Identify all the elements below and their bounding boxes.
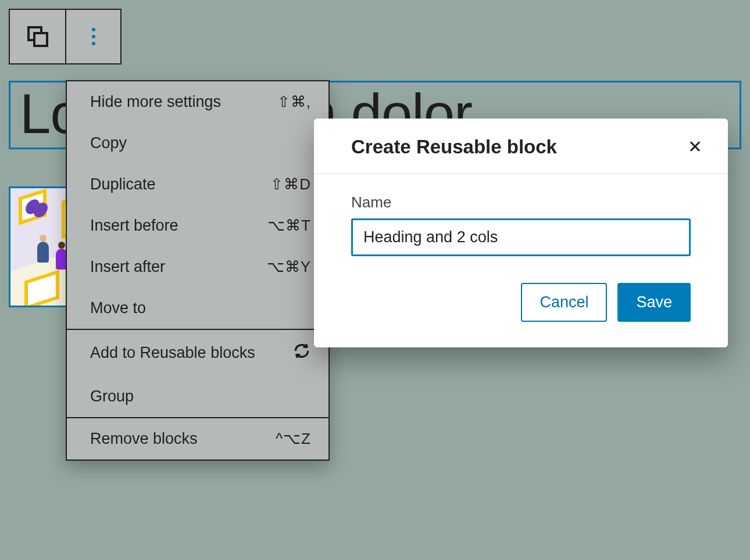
block-type-button[interactable]: [10, 10, 65, 63]
menu-item-add-reusable[interactable]: Add to Reusable blocks: [67, 330, 328, 376]
modal-header: Create Reusable block ✕: [314, 119, 728, 174]
close-button[interactable]: ✕: [683, 136, 707, 158]
name-field-label: Name: [351, 193, 691, 211]
menu-item-hide-settings[interactable]: Hide more settings ⇧⌘,: [67, 81, 328, 123]
menu-item-insert-before[interactable]: Insert before ⌥⌘T: [67, 205, 328, 246]
save-button[interactable]: Save: [617, 283, 691, 322]
modal-body: Name: [314, 174, 728, 262]
menu-item-label: Group: [90, 387, 134, 405]
menu-item-label: Insert before: [90, 217, 178, 235]
menu-item-label: Add to Reusable blocks: [90, 344, 255, 362]
menu-item-move-to[interactable]: Move to: [67, 288, 328, 329]
name-input[interactable]: [351, 218, 691, 256]
block-context-menu: Hide more settings ⇧⌘, Copy Duplicate ⇧⌘…: [66, 80, 330, 461]
menu-item-shortcut: ^⌥Z: [276, 430, 311, 448]
menu-item-duplicate[interactable]: Duplicate ⇧⌘D: [67, 164, 328, 205]
menu-item-label: Copy: [90, 134, 127, 152]
copy-icon: [27, 26, 48, 47]
menu-item-shortcut: ⌥⌘Y: [267, 258, 311, 276]
menu-item-shortcut: ⇧⌘,: [277, 93, 311, 111]
menu-item-label: Hide more settings: [90, 93, 221, 111]
menu-item-copy[interactable]: Copy: [67, 123, 328, 164]
cancel-button[interactable]: Cancel: [521, 283, 607, 322]
menu-item-label: Move to: [90, 299, 146, 317]
modal-title: Create Reusable block: [351, 136, 557, 158]
menu-item-insert-after[interactable]: Insert after ⌥⌘Y: [67, 246, 328, 288]
close-icon: ✕: [688, 137, 702, 156]
menu-item-label: Insert after: [90, 258, 165, 276]
more-vertical-icon: [92, 28, 95, 45]
menu-item-remove-blocks[interactable]: Remove blocks ^⌥Z: [67, 418, 328, 460]
modal-footer: Cancel Save: [314, 262, 728, 347]
menu-item-shortcut: ⇧⌘D: [270, 175, 311, 193]
reuse-icon: [292, 342, 311, 364]
menu-item-group[interactable]: Group: [67, 376, 328, 417]
create-reusable-block-modal: Create Reusable block ✕ Name Cancel Save: [314, 119, 728, 347]
menu-item-label: Remove blocks: [90, 430, 198, 448]
menu-item-label: Duplicate: [90, 175, 156, 193]
menu-item-shortcut: ⌥⌘T: [267, 217, 311, 235]
more-options-button[interactable]: [65, 10, 120, 63]
block-toolbar: [9, 9, 122, 64]
